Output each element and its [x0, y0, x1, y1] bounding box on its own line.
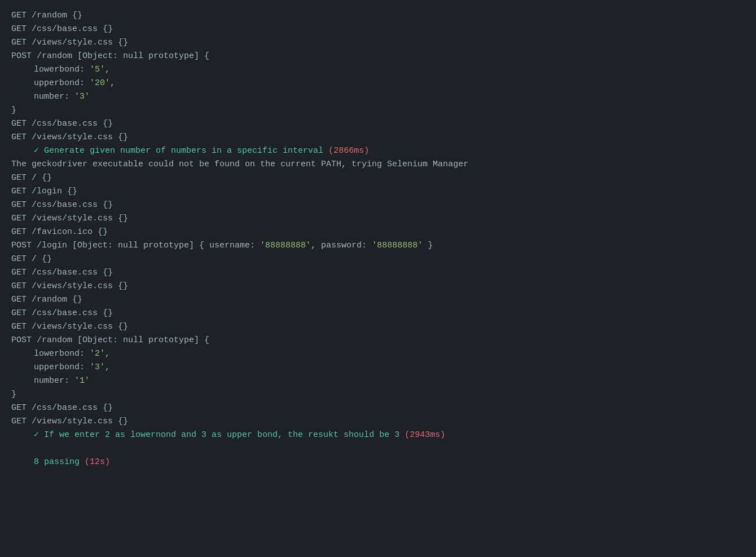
log-line-6: upperbond: '20',: [11, 77, 745, 90]
log-line-geckodriver: The geckodriver executable could not be …: [11, 158, 745, 171]
log-line-11: GET / {}: [11, 171, 745, 185]
log-line-10: GET /views/style.css {}: [11, 131, 745, 144]
log-line-passing: 8 passing (12s): [11, 456, 745, 469]
log-line-3: GET /views/style.css {}: [11, 36, 745, 50]
log-line-12: GET /login {}: [11, 185, 745, 198]
log-line-16: GET / {}: [11, 253, 745, 266]
blank-line: [11, 442, 745, 456]
terminal-output: GET /random {} GET /css/base.css {} GET …: [11, 9, 745, 469]
log-line-checkmark-2: ✓ If we enter 2 as lowernond and 3 as up…: [11, 428, 745, 442]
log-line-18: GET /views/style.css {}: [11, 280, 745, 293]
log-line-23: lowerbond: '2',: [11, 347, 745, 361]
log-line-21: GET /views/style.css {}: [11, 320, 745, 334]
log-line-8: }: [11, 104, 745, 117]
log-line-2: GET /css/base.css {}: [11, 23, 745, 36]
log-line-19: GET /random {}: [11, 293, 745, 307]
log-line-20: GET /css/base.css {}: [11, 307, 745, 320]
log-line-25: number: '1': [11, 374, 745, 388]
log-line-26: }: [11, 388, 745, 401]
log-line-28: GET /views/style.css {}: [11, 415, 745, 428]
log-line-5: lowerbond: '5',: [11, 63, 745, 77]
log-line-1: GET /random {}: [11, 9, 745, 23]
log-line-7: number: '3': [11, 90, 745, 104]
log-line-27: GET /css/base.css {}: [11, 401, 745, 415]
log-line-17: GET /css/base.css {}: [11, 266, 745, 280]
log-line-14: GET /views/style.css {}: [11, 212, 745, 226]
log-line-24: upperbond: '3',: [11, 361, 745, 374]
log-line-4: POST /random [Object: null prototype] {: [11, 50, 745, 63]
log-line-15: GET /favicon.ico {}: [11, 226, 745, 239]
log-line-13: GET /css/base.css {}: [11, 198, 745, 212]
log-line-9: GET /css/base.css {}: [11, 117, 745, 131]
log-line-22: POST /random [Object: null prototype] {: [11, 334, 745, 347]
log-line-checkmark-1: ✓ Generate given number of numbers in a …: [11, 144, 745, 158]
log-line-login: POST /login [Object: null prototype] { u…: [11, 239, 745, 253]
